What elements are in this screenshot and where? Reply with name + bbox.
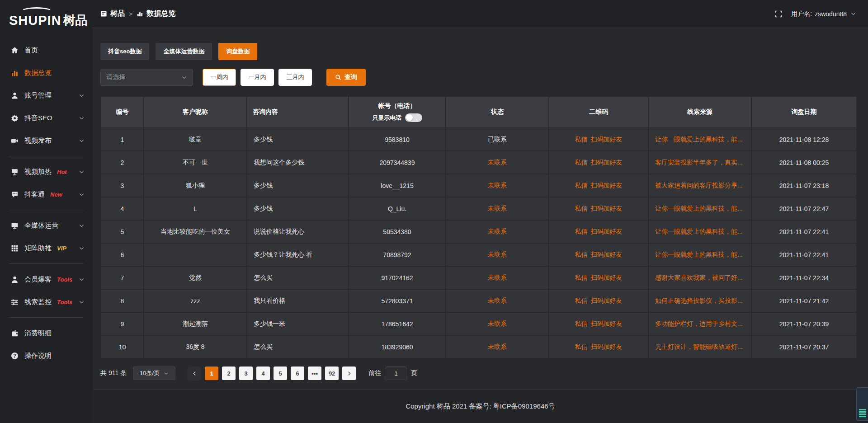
qr-link[interactable]: 扫码加好友 (591, 251, 623, 258)
logo-text-cn: 树品 (63, 12, 88, 28)
qr-link[interactable]: 扫码加好友 (591, 274, 623, 281)
qr-link[interactable]: 私信 (575, 159, 588, 166)
goto-page-input[interactable] (386, 367, 406, 380)
source-link[interactable]: 客厅安装投影半年多了，真实... (655, 159, 743, 166)
source-link[interactable]: 让你一眼就爱上的黑科技，能... (655, 228, 743, 235)
cell-content: 怎么买 (247, 335, 349, 358)
col-header-source: 线索来源 (648, 96, 751, 128)
tab-omni-media-data[interactable]: 全媒体运营数据 (156, 43, 212, 60)
qr-link[interactable]: 扫码加好友 (591, 136, 623, 143)
sidebar-item-home[interactable]: 首页 (0, 39, 93, 61)
qr-link[interactable]: 扫码加好友 (591, 297, 623, 304)
sidebar-item-member-burst[interactable]: 会员爆客Tools (0, 268, 93, 291)
qr-link[interactable]: 私信 (575, 182, 588, 189)
qr-link[interactable]: 私信 (575, 205, 588, 212)
video-icon (11, 137, 19, 145)
user-menu[interactable]: 用户名: zswodun88 (791, 10, 856, 18)
sidebar-item-omni-media[interactable]: 全媒体运营 (0, 214, 93, 237)
sidebar-divider (9, 156, 84, 156)
qr-link[interactable]: 扫码加好友 (591, 343, 623, 350)
range-button-0[interactable]: 一周内 (203, 69, 236, 86)
breadcrumb-item-current[interactable]: 数据总览 (137, 9, 175, 19)
next-page-button[interactable] (342, 367, 356, 380)
sidebar-item-video-publish[interactable]: 视频发布 (0, 129, 93, 152)
cell-nickname: L (144, 197, 247, 220)
page-size-select[interactable]: 10条/页 (133, 367, 175, 380)
floating-widget[interactable] (856, 387, 868, 421)
sidebar-item-video-heating[interactable]: 视频加热Hot (0, 160, 93, 183)
source-link[interactable]: 感谢大家喜欢我家，被问了好... (655, 274, 743, 281)
chevron-down-icon (79, 299, 85, 305)
fullscreen-icon[interactable] (775, 10, 782, 18)
chevron-down-icon (79, 138, 85, 144)
cell-nickname: 潮起潮落 (144, 312, 247, 335)
page-button-2[interactable]: 2 (222, 367, 236, 380)
cell-account: 70898792 (349, 243, 446, 266)
page-button-4[interactable]: 4 (256, 367, 270, 380)
table-row: 2不可一世我想问这个多少钱2097344839未联系私信扫码加好友客厅安装投影半… (101, 151, 857, 174)
sidebar-item-badge: New (50, 191, 62, 198)
qr-link[interactable]: 私信 (575, 251, 588, 258)
filter-select[interactable]: 请选择 (100, 69, 193, 86)
qr-link[interactable]: 扫码加好友 (591, 205, 623, 212)
qr-link[interactable]: 扫码加好友 (591, 182, 623, 189)
page-button-6[interactable]: 6 (291, 367, 304, 380)
sidebar-item-consumption-detail[interactable]: 消费明细 (0, 322, 93, 344)
bar-chart-icon (11, 69, 19, 77)
prev-page-button[interactable] (188, 367, 201, 380)
source-link[interactable]: 让你一眼就爱上的黑科技，能... (655, 205, 743, 212)
col-header-account-title: 帐号（电话） (354, 102, 440, 110)
cell-nickname (144, 243, 247, 266)
qr-link[interactable]: 扫码加好友 (591, 228, 623, 235)
dashboard-icon (100, 10, 107, 17)
qr-link[interactable]: 私信 (575, 136, 588, 143)
sidebar-menu: 首页数据总览账号管理抖音SEO视频发布视频加热Hot抖客通New全媒体运营矩阵助… (0, 39, 93, 367)
app-root: SHUPIN 树品 首页数据总览账号管理抖音SEO视频发布视频加热Hot抖客通N… (0, 0, 868, 423)
table-row: 3狐小狸多少钱love__1215未联系私信扫码加好友被大家追着问的客厅投影分享… (101, 174, 857, 197)
sidebar-item-clue-monitor[interactable]: 线索监控Tools (0, 291, 93, 313)
breadcrumb-item-home[interactable]: 树品 (100, 9, 125, 19)
qr-link[interactable]: 私信 (575, 274, 588, 281)
cell-date: 2021-11-07 22:34 (751, 266, 857, 289)
qr-link[interactable]: 私信 (575, 343, 588, 350)
col-header-no: 编号 (101, 96, 144, 128)
tab-inquiry-data[interactable]: 询盘数据 (218, 43, 257, 60)
sidebar-item-matrix-boost[interactable]: 矩阵助推VIP (0, 237, 93, 259)
source-link[interactable]: 多功能护栏灯，适用于乡村文... (655, 320, 743, 327)
tab-douyin-seo-data[interactable]: 抖音seo数据 (100, 43, 149, 60)
query-button[interactable]: 查询 (326, 69, 366, 86)
cell-nickname: 狐小狸 (144, 174, 247, 197)
sidebar-item-data-overview[interactable]: 数据总览 (0, 61, 93, 84)
qr-link[interactable]: 私信 (575, 228, 588, 235)
page-button-3[interactable]: 3 (239, 367, 253, 380)
sidebar-item-account-management[interactable]: 账号管理 (0, 84, 93, 107)
page-button-1[interactable]: 1 (205, 367, 218, 380)
chevron-down-icon (79, 192, 85, 197)
sidebar-item-operation-guide[interactable]: 操作说明 (0, 344, 93, 367)
col-header-status: 状态 (446, 96, 549, 128)
source-link[interactable]: 被大家追着问的客厅投影分享... (655, 182, 743, 189)
page-button-5[interactable]: 5 (274, 367, 287, 380)
sidebar-item-douketong[interactable]: 抖客通New (0, 183, 93, 206)
sidebar-item-douyin-seo[interactable]: 抖音SEO (0, 107, 93, 129)
cell-no: 2 (101, 151, 144, 174)
range-button-1[interactable]: 一月内 (241, 69, 274, 86)
qr-link[interactable]: 扫码加好友 (591, 320, 623, 327)
page-button-92[interactable]: 92 (325, 367, 339, 380)
cell-qrcode: 私信扫码加好友 (549, 335, 648, 358)
phone-only-toggle[interactable] (405, 113, 422, 122)
source-link[interactable]: 如何正确选择投影仪，买投影... (655, 297, 743, 304)
range-button-2[interactable]: 三月内 (278, 69, 312, 86)
col-header-account: 帐号（电话） 只显示电话 (349, 96, 446, 128)
cell-qrcode: 私信扫码加好友 (549, 151, 648, 174)
source-link[interactable]: 让你一眼就爱上的黑科技，能... (655, 251, 743, 258)
qr-link[interactable]: 扫码加好友 (591, 159, 623, 166)
qr-link[interactable]: 私信 (575, 297, 588, 304)
source-link[interactable]: 让你一眼就爱上的黑科技，能... (655, 136, 743, 143)
username-label: 用户名: (791, 10, 812, 18)
table-row: 1036度 8怎么买183929060未联系私信扫码加好友无主灯设计，智能磁吸轨… (101, 335, 857, 358)
qr-link[interactable]: 私信 (575, 320, 588, 327)
page-ellipsis-button[interactable]: ••• (308, 367, 321, 380)
cell-content: 多少钱 (247, 128, 349, 151)
source-link[interactable]: 无主灯设计，智能磁吸轨道灯... (655, 343, 743, 350)
